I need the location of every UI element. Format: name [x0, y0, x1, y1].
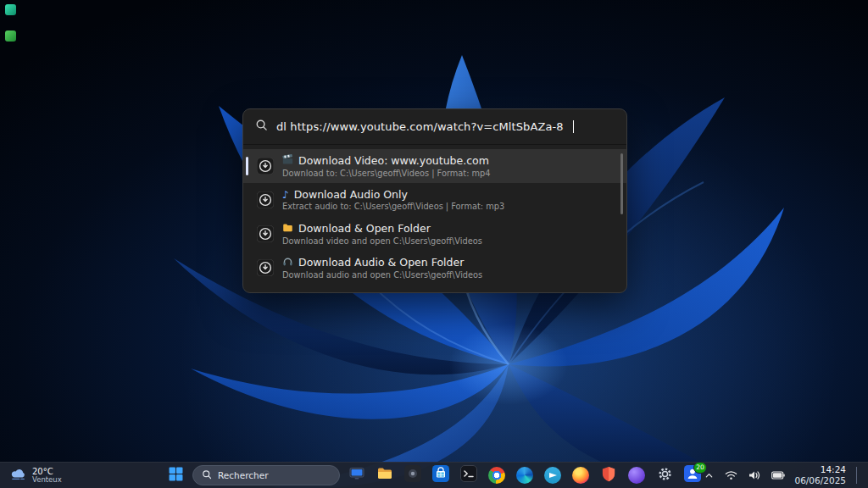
result-row-download-audio[interactable]: ♪ Download Audio Only Extract audio to: … — [243, 183, 626, 217]
clock-date: 06/06/2025 — [794, 475, 846, 486]
taskbar-app-monitor[interactable] — [346, 464, 368, 486]
edge-icon — [516, 467, 533, 484]
search-icon — [202, 469, 212, 481]
taskbar-clock[interactable]: 14:24 06/06/2025 — [794, 464, 846, 486]
desktop: dl https://www.youtube.com/watch?v=cMltS… — [0, 0, 868, 488]
taskbar-app-settings[interactable] — [654, 464, 676, 486]
purple-app-icon — [628, 467, 645, 484]
taskbar-center-apps: Rechercher — [164, 463, 704, 488]
result-row-download-audio-open-folder[interactable]: Download Audio & Open Folder Download au… — [243, 251, 626, 285]
result-row-download-video[interactable]: Download Video: www.youtube.com Download… — [243, 149, 626, 183]
desktop-shortcut-icon[interactable] — [5, 30, 16, 42]
windows-logo-icon — [169, 467, 183, 485]
taskbar: 20°C Venteux Rechercher — [0, 462, 868, 488]
shield-icon — [601, 466, 616, 485]
download-badge-icon — [257, 259, 274, 276]
desktop-shortcuts — [5, 4, 16, 42]
desktop-shortcut-icon[interactable] — [5, 4, 16, 15]
launcher-results-list: Download Video: www.youtube.com Download… — [243, 145, 626, 292]
result-subtitle: Download to: C:\Users\geoff\Videos | For… — [282, 169, 491, 179]
hidden-icons-chevron[interactable] — [703, 469, 715, 482]
system-tray: 14:24 06/06/2025 — [703, 463, 865, 488]
headphones-icon — [282, 256, 293, 269]
clapperboard-icon — [282, 154, 293, 168]
volume-icon[interactable] — [747, 469, 762, 482]
text-caret — [573, 120, 574, 133]
search-icon — [255, 119, 268, 135]
chrome-icon — [488, 467, 505, 484]
clock-time: 14:24 — [821, 464, 846, 475]
download-badge-icon — [257, 225, 274, 242]
paper-plane-icon — [544, 467, 561, 484]
taskbar-app-people[interactable]: 20 — [682, 464, 704, 486]
launcher-search-input[interactable]: dl https://www.youtube.com/watch?v=cMltS… — [243, 109, 626, 145]
firefox-icon — [572, 467, 589, 484]
gear-icon — [657, 466, 673, 485]
download-badge-icon — [257, 158, 274, 175]
taskbar-app-terminal[interactable] — [458, 464, 480, 486]
selection-indicator — [246, 157, 248, 175]
taskbar-app-store[interactable] — [430, 464, 452, 486]
taskbar-app-chrome[interactable] — [486, 464, 508, 486]
taskbar-app-edge[interactable] — [514, 464, 536, 486]
battery-icon[interactable] — [770, 469, 787, 481]
open-folder-icon — [282, 222, 293, 236]
launcher-query-text: dl https://www.youtube.com/watch?v=cMltS… — [276, 120, 564, 133]
taskbar-app-purple[interactable] — [626, 464, 648, 486]
result-title: Download & Open Folder — [298, 222, 431, 235]
taskbar-app-telegram[interactable] — [542, 464, 564, 486]
result-title: Download Video: www.youtube.com — [298, 154, 489, 167]
result-title: Download Audio Only — [294, 188, 408, 201]
taskbar-app-shield[interactable] — [598, 464, 620, 486]
music-note-icon: ♪ — [282, 190, 289, 200]
dark-app-icon — [404, 465, 421, 485]
folder-icon — [376, 465, 393, 485]
taskbar-search-placeholder: Rechercher — [218, 470, 268, 480]
taskbar-search-box[interactable]: Rechercher — [192, 465, 340, 485]
result-subtitle: Download video and open C:\Users\geoff\V… — [282, 236, 482, 247]
monitor-icon — [348, 465, 365, 485]
windy-cloud-icon — [10, 467, 27, 484]
weather-condition: Venteux — [32, 476, 62, 484]
terminal-icon — [460, 465, 477, 485]
run-launcher-window: dl https://www.youtube.com/watch?v=cMltS… — [242, 108, 627, 293]
store-bag-icon — [432, 465, 449, 485]
results-scrollbar[interactable] — [620, 153, 623, 214]
download-badge-icon — [257, 191, 274, 208]
wifi-icon[interactable] — [723, 469, 739, 482]
show-desktop-strip[interactable] — [856, 467, 860, 484]
taskbar-app-dark[interactable] — [402, 464, 424, 486]
result-subtitle: Download audio and open C:\Users\geoff\V… — [282, 270, 482, 280]
result-title: Download Audio & Open Folder — [298, 256, 464, 269]
start-button[interactable] — [164, 464, 186, 486]
weather-widget[interactable]: 20°C Venteux — [5, 463, 67, 488]
taskbar-app-firefox[interactable] — [570, 464, 592, 486]
result-subtitle: Extract audio to: C:\Users\geoff\Videos … — [282, 202, 504, 212]
taskbar-app-file-explorer[interactable] — [374, 464, 396, 486]
result-row-download-open-folder[interactable]: Download & Open Folder Download video an… — [243, 217, 626, 251]
